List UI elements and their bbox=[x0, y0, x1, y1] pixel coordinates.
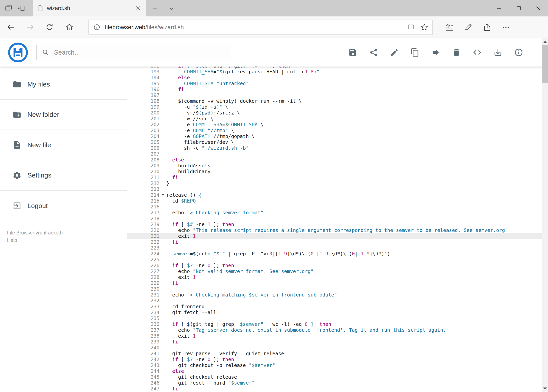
tab-list-chevron-icon[interactable] bbox=[167, 5, 175, 12]
set-tabs-aside-icon[interactable] bbox=[17, 4, 26, 13]
new-tab-button[interactable] bbox=[151, 4, 159, 13]
maximize-button[interactable] bbox=[509, 0, 528, 16]
code-line-226[interactable]: 226 if [ $? -ne 0 ]; then bbox=[127, 263, 542, 268]
code-line-195[interactable]: 195 COMMIT_SHA="untracked" bbox=[127, 81, 542, 86]
reading-view-icon[interactable] bbox=[407, 23, 415, 31]
code-line-209[interactable]: 209 buildAssets bbox=[127, 163, 542, 169]
code-line-244[interactable]: 244 else bbox=[127, 368, 542, 374]
code-line-245[interactable]: 245 git checkout release bbox=[127, 374, 542, 380]
site-info-icon[interactable] bbox=[93, 23, 101, 31]
search-input[interactable] bbox=[54, 49, 231, 56]
code-editor[interactable]: 192 if [ "$(command -v git)" != "" ]; th… bbox=[127, 67, 542, 392]
code-line-240[interactable]: 240 bbox=[127, 345, 542, 351]
code-line-219[interactable]: 219 if [ $# -ne 1 ]; then bbox=[127, 222, 542, 227]
info-icon[interactable] bbox=[514, 48, 523, 57]
home-button[interactable] bbox=[64, 22, 75, 33]
scroll-up-icon[interactable] bbox=[543, 41, 547, 43]
code-line-199[interactable]: 199 -u "$(id -u)" \ bbox=[127, 104, 542, 110]
fold-toggle-icon[interactable] bbox=[162, 194, 164, 196]
vertical-scrollbar[interactable] bbox=[542, 38, 548, 392]
code-line-192[interactable]: 192 if [ "$(command -v git)" != "" ]; th… bbox=[127, 67, 542, 69]
code-line-227[interactable]: 227 echo "Not valid semver format. See s… bbox=[127, 268, 542, 274]
code-line-228[interactable]: 228 exit 1 bbox=[127, 274, 542, 280]
code-line-224[interactable]: 224 semver=$(echo "$1" | grep -P '^v(0|[… bbox=[127, 251, 542, 257]
save-icon[interactable] bbox=[348, 48, 357, 57]
close-button[interactable] bbox=[528, 0, 548, 16]
download-icon[interactable] bbox=[493, 48, 503, 57]
code-line-205[interactable]: 205 filebrowser/dev \ bbox=[127, 139, 542, 145]
code-line-206[interactable]: 206 sh -c "./wizard.sh -b" bbox=[127, 145, 542, 151]
code-line-197[interactable]: 197 bbox=[127, 92, 542, 98]
address-bar[interactable]: filebrowser.web/files/wizard.sh bbox=[88, 20, 433, 35]
browser-tab[interactable]: wizard.sh bbox=[33, 0, 146, 16]
refresh-button[interactable] bbox=[44, 22, 55, 33]
code-line-239[interactable]: 239 fi bbox=[127, 339, 542, 345]
search-box[interactable] bbox=[36, 45, 231, 60]
code-line-193[interactable]: 193 COMMIT_SHA="$(git rev-parse HEAD | c… bbox=[127, 69, 542, 75]
code-line-201[interactable]: 201 -w //src \ bbox=[127, 116, 542, 122]
code-line-234[interactable]: 234 git fetch --all bbox=[127, 310, 542, 315]
sidebar-item-logout[interactable]: Logout bbox=[0, 191, 127, 221]
more-options-icon[interactable] bbox=[500, 22, 511, 33]
raw-view-icon[interactable] bbox=[472, 48, 482, 57]
web-note-pen-icon[interactable] bbox=[463, 22, 474, 33]
code-line-215[interactable]: 215 cd $REPO bbox=[127, 198, 542, 204]
code-line-243[interactable]: 243 git checkout -b release "$semver" bbox=[127, 363, 542, 368]
rename-icon[interactable] bbox=[389, 48, 399, 57]
copy-icon[interactable] bbox=[410, 48, 420, 57]
favorite-star-icon[interactable] bbox=[421, 23, 428, 31]
code-line-238[interactable]: 238 exit 1 bbox=[127, 333, 542, 339]
share-icon[interactable] bbox=[369, 48, 378, 57]
code-line-203[interactable]: 203 -e HOME="//tmp" \ bbox=[127, 128, 542, 133]
code-line-196[interactable]: 196 fi bbox=[127, 86, 542, 92]
code-line-198[interactable]: 198 $(command -v winpty) docker run --rm… bbox=[127, 98, 542, 104]
code-line-221[interactable]: 221 exit 1 bbox=[127, 233, 542, 239]
scroll-thumb[interactable] bbox=[542, 45, 548, 83]
code-line-236[interactable]: 236 if [ $(git tag | grep "$semver" | wc… bbox=[127, 321, 542, 327]
code-line-216[interactable]: 216 bbox=[127, 204, 542, 210]
code-line-235[interactable]: 235 bbox=[127, 315, 542, 321]
code-line-246[interactable]: 246 git reset --hard "$semver" bbox=[127, 380, 542, 386]
sidebar-item-settings[interactable]: Settings bbox=[0, 160, 127, 191]
url-text[interactable]: filebrowser.web/files/wizard.sh bbox=[105, 24, 407, 30]
filebrowser-logo[interactable] bbox=[8, 42, 28, 63]
code-line-231[interactable]: 231 echo "> Checking matching $semver in… bbox=[127, 292, 542, 298]
scroll-down-icon[interactable] bbox=[543, 387, 547, 390]
code-line-220[interactable]: 220 echo "This release script requires a… bbox=[127, 227, 542, 233]
move-icon[interactable] bbox=[431, 48, 440, 57]
code-line-194[interactable]: 194 else bbox=[127, 75, 542, 81]
code-line-210[interactable]: 210 buildBinary bbox=[127, 169, 542, 175]
delete-icon[interactable] bbox=[452, 48, 461, 57]
code-line-207[interactable]: 207 bbox=[127, 151, 542, 157]
code-line-213[interactable]: 213 bbox=[127, 186, 542, 192]
sidebar-item-new-file[interactable]: New file bbox=[0, 130, 127, 160]
code-line-232[interactable]: 232 bbox=[127, 298, 542, 304]
code-line-217[interactable]: 217 echo "> Checking semver format" bbox=[127, 210, 542, 216]
code-line-212[interactable]: 212} bbox=[127, 181, 542, 186]
code-line-200[interactable]: 200 -v /$(pwd):/src:z \ bbox=[127, 110, 542, 116]
tab-close-icon[interactable] bbox=[135, 5, 141, 11]
forward-button[interactable] bbox=[25, 22, 36, 33]
code-line-223[interactable]: 223 bbox=[127, 245, 542, 251]
code-line-222[interactable]: 222 fi bbox=[127, 239, 542, 245]
sidebar-item-my-files[interactable]: My files bbox=[0, 69, 127, 100]
back-button[interactable] bbox=[5, 22, 16, 33]
code-line-204[interactable]: 204 -e GOPATH=//tmp/gopath \ bbox=[127, 133, 542, 139]
code-line-247[interactable]: 247 fi bbox=[127, 386, 542, 392]
minimize-button[interactable] bbox=[489, 0, 509, 16]
code-line-225[interactable]: 225 bbox=[127, 257, 542, 263]
code-line-211[interactable]: 211 fi bbox=[127, 175, 542, 181]
code-line-237[interactable]: 237 echo "Tag $semver does not exist in … bbox=[127, 327, 542, 333]
code-line-233[interactable]: 233 cd frontend bbox=[127, 304, 542, 310]
code-line-218[interactable]: 218 bbox=[127, 216, 542, 222]
code-line-241[interactable]: 241 git rev-parse --verify --quiet relea… bbox=[127, 351, 542, 357]
code-line-208[interactable]: 208 else bbox=[127, 157, 542, 163]
sidebar-item-new-folder[interactable]: New folder bbox=[0, 100, 127, 130]
code-line-202[interactable]: 202 -e COMMIT_SHA=$COMMIT_SHA \ bbox=[127, 122, 542, 128]
tab-preview-icon[interactable] bbox=[4, 4, 13, 13]
code-line-229[interactable]: 229 fi bbox=[127, 280, 542, 286]
code-line-242[interactable]: 242 if [ $? -ne 0 ]; then bbox=[127, 357, 542, 363]
help-link[interactable]: Help bbox=[7, 236, 63, 244]
hub-favorites-icon[interactable] bbox=[444, 22, 455, 33]
code-line-230[interactable]: 230 bbox=[127, 286, 542, 292]
